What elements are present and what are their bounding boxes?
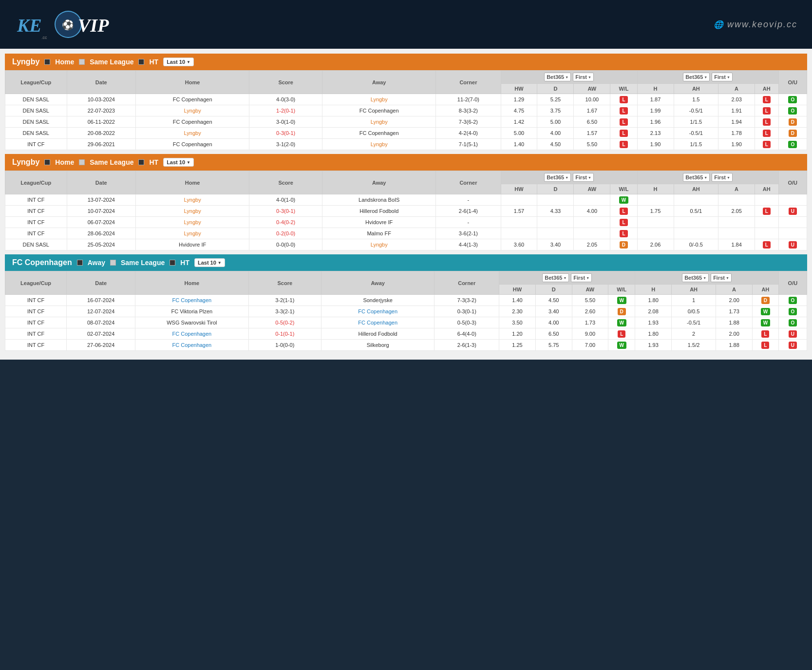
- td-h: 2.08: [635, 306, 672, 317]
- first-right-select-2[interactable]: First: [712, 173, 733, 182]
- checkbox-same-league-2[interactable]: [79, 159, 85, 165]
- td-h: [637, 217, 674, 228]
- td-score: 1-2(0-1): [249, 105, 322, 116]
- td-a: 2.00: [716, 295, 753, 306]
- td-league: INT CF: [5, 306, 67, 317]
- td-away: Hvidovre IF: [322, 217, 436, 228]
- td-home: FC Copenhagen: [135, 340, 248, 351]
- checkbox-same-league-1[interactable]: [79, 59, 85, 65]
- checkbox-ht-2[interactable]: [138, 159, 144, 165]
- th-bet365-left-1[interactable]: Bet365 First: [501, 71, 637, 84]
- td-league: INT CF: [5, 340, 67, 351]
- td-away: Lyngby: [322, 239, 436, 250]
- td-ah: [674, 217, 718, 228]
- td-d: 5.75: [535, 340, 572, 351]
- td-d: [537, 194, 574, 206]
- td-a: 1.73: [716, 306, 753, 317]
- td-away: FC Copenhagen: [321, 317, 434, 328]
- th-bet365-left-3[interactable]: Bet365 First: [499, 271, 635, 285]
- td-ou: D: [778, 128, 807, 139]
- td-score: 3-0(1-0): [249, 116, 322, 128]
- th-bet365-right-3[interactable]: Bet365 First: [635, 271, 779, 285]
- td-ah: 1.5/2: [671, 340, 716, 351]
- td-d: [537, 228, 574, 239]
- td-h: 1.87: [637, 94, 674, 105]
- th-score-2: Score: [249, 171, 322, 194]
- td-corner: 2-6(1-4): [436, 206, 501, 217]
- checkbox-same-league-3[interactable]: [110, 260, 116, 266]
- td-ou: O: [778, 105, 807, 116]
- th-bet365-right-2[interactable]: Bet365 First: [637, 171, 778, 184]
- td-d: 4.33: [537, 206, 574, 217]
- td-league: INT CF: [5, 317, 67, 328]
- table-row: INT CF 02-07-2024 FC Copenhagen 0-1(0-1)…: [5, 328, 807, 340]
- filter-dropdown-3[interactable]: Last 10: [194, 258, 225, 267]
- td-aw: 1.73: [572, 317, 608, 328]
- checkbox-away-3[interactable]: [77, 260, 83, 266]
- first-right-select-1[interactable]: First: [712, 73, 733, 81]
- td-wl: L: [610, 128, 637, 139]
- td-ou: D: [778, 116, 807, 128]
- td-away: Landskrona BoIS: [322, 194, 436, 206]
- td-d: 3.40: [537, 239, 574, 250]
- table-row: INT CF 08-07-2024 WSG Swarovski Tirol 0-…: [5, 317, 807, 328]
- td-hw: 1.40: [499, 295, 536, 306]
- td-away: Silkeborg: [321, 340, 434, 351]
- td-d: [537, 217, 574, 228]
- checkbox-ht-1[interactable]: [138, 59, 144, 65]
- first-left-select-3[interactable]: First: [571, 273, 592, 282]
- th-a-3: A: [716, 285, 753, 295]
- filter-dropdown-1[interactable]: Last 10: [163, 57, 194, 66]
- bet365-right-select-3[interactable]: Bet365: [682, 273, 709, 282]
- bet365-left-select-2[interactable]: Bet365: [544, 173, 571, 182]
- table-row: INT CF 10-07-2024 Lyngby 0-3(0-1) Hiller…: [5, 206, 807, 217]
- td-wl: L: [610, 206, 637, 217]
- td-h: [637, 228, 674, 239]
- td-league: INT CF: [5, 217, 67, 228]
- bet365-left-select-3[interactable]: Bet365: [542, 273, 569, 282]
- td-hw: 1.57: [501, 206, 537, 217]
- td-ou: [778, 194, 807, 206]
- svg-text:KE: KE: [17, 15, 42, 36]
- th-hw-2: HW: [501, 184, 537, 194]
- first-left-select-1[interactable]: First: [573, 73, 594, 81]
- td-league: INT CF: [5, 194, 67, 206]
- td-away: Lyngby: [322, 139, 436, 150]
- filter-dropdown-2[interactable]: Last 10: [163, 158, 194, 167]
- bet365-left-select-1[interactable]: Bet365: [544, 73, 571, 81]
- table-row: DEN SASL 10-03-2024 FC Copenhagen 4-0(3-…: [5, 94, 807, 105]
- td-ou: O: [778, 317, 807, 328]
- th-league-2: League/Cup: [5, 171, 67, 194]
- th-date-3: Date: [67, 271, 135, 295]
- td-date: 10-03-2024: [67, 94, 136, 105]
- th-ah-3: AH: [671, 285, 716, 295]
- bet365-right-select-1[interactable]: Bet365: [683, 73, 710, 81]
- checkbox-home-2[interactable]: [44, 159, 50, 165]
- td-d: 5.00: [537, 116, 574, 128]
- td-corner: 11-2(7-0): [436, 94, 501, 105]
- checkbox-home-1[interactable]: [44, 59, 50, 65]
- checkbox-ht-3[interactable]: [170, 260, 175, 266]
- td-aw: 9.00: [572, 328, 608, 340]
- td-date: 06-07-2024: [67, 217, 136, 228]
- td-a: 1.78: [718, 128, 755, 139]
- td-d: 4.00: [537, 128, 574, 139]
- section-header-lyngby-home: Lyngby Home Same League HT Last 10: [5, 54, 807, 70]
- th-corner-1: Corner: [436, 71, 501, 94]
- th-bet365-left-2[interactable]: Bet365 First: [501, 171, 637, 184]
- th-bet365-right-1[interactable]: Bet365 First: [637, 71, 778, 84]
- team-name-fcc: FC Copenhagen: [12, 258, 72, 267]
- td-aw: 7.00: [572, 340, 608, 351]
- td-away: Hillerod Fodbold: [322, 206, 436, 217]
- th-score-1: Score: [249, 71, 322, 94]
- section-fc-copenhagen-away: FC Copenhagen Away Same League HT Last 1…: [5, 254, 807, 351]
- td-a: 1.88: [716, 317, 753, 328]
- td-ah2: [755, 228, 778, 239]
- td-score: 0-3(0-1): [249, 206, 322, 217]
- bet365-right-select-2[interactable]: Bet365: [683, 173, 710, 182]
- td-hw: 3.60: [501, 239, 537, 250]
- home-label-2: Home: [55, 158, 74, 166]
- td-away: FC Copenhagen: [322, 128, 436, 139]
- first-right-select-3[interactable]: First: [711, 273, 732, 282]
- first-left-select-2[interactable]: First: [573, 173, 594, 182]
